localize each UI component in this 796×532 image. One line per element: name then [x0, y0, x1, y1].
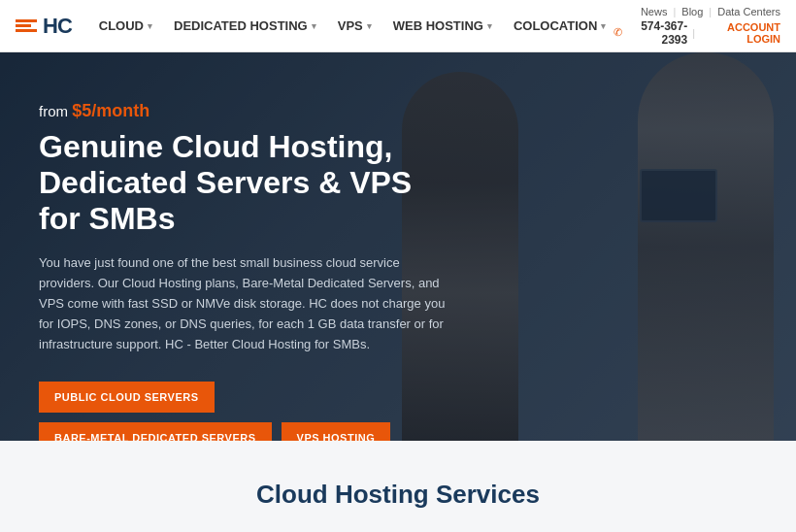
phone-number: 574-367-2393: [627, 19, 687, 47]
top-bar: HC CLOUD ▾ DEDICATED HOSTING ▾ VPS ▾ WEB…: [0, 0, 796, 52]
chevron-down-icon: ▾: [312, 21, 316, 31]
hero-content: from $5/month Genuine Cloud Hosting, Ded…: [0, 52, 485, 441]
hero-price: $5/month: [72, 101, 149, 120]
main-nav: CLOUD ▾ DEDICATED HOSTING ▾ VPS ▾ WEB HO…: [91, 13, 614, 39]
bare-metal-dedicated-button[interactable]: BARE-METAL DEDICATED SERVERS: [39, 422, 272, 441]
hero-description: You have just found one of the best smal…: [39, 253, 447, 354]
nav-vps[interactable]: VPS ▾: [330, 13, 380, 39]
logo[interactable]: HC: [16, 14, 72, 39]
chevron-down-icon: ▾: [367, 21, 372, 31]
chevron-down-icon: ▾: [487, 21, 492, 31]
phone-icon: ✆: [614, 26, 622, 39]
bottom-section: Cloud Hosting Services: [0, 441, 796, 532]
nav-colocation[interactable]: COLOCATION ▾: [506, 13, 614, 39]
hero-buttons: PUBLIC CLOUD SERVERS BARE-METAL DEDICATE…: [39, 382, 447, 441]
nav-dedicated[interactable]: DEDICATED HOSTING ▾: [166, 13, 324, 39]
vps-hosting-button[interactable]: VPS HOSTING: [282, 422, 391, 441]
account-login-link[interactable]: ACCOUNT LOGIN: [706, 21, 780, 45]
hero-title: Genuine Cloud Hosting, Dedicated Servers…: [39, 129, 447, 236]
hero-section: from $5/month Genuine Cloud Hosting, Ded…: [0, 52, 796, 441]
bottom-title: Cloud Hosting Services: [19, 480, 777, 510]
public-cloud-servers-button[interactable]: PUBLIC CLOUD SERVERS: [39, 382, 215, 413]
blog-link[interactable]: Blog: [681, 6, 703, 17]
hero-from: from $5/month: [39, 101, 447, 121]
news-link[interactable]: News: [641, 6, 668, 17]
chevron-down-icon: ▾: [601, 21, 606, 31]
nav-webhosting[interactable]: WEB HOSTING ▾: [385, 13, 500, 39]
logo-icon: [16, 19, 37, 32]
chevron-down-icon: ▾: [148, 21, 152, 31]
top-right: News | Blog | Data Centers ✆ 574-367-239…: [614, 6, 780, 47]
logo-text: HC: [43, 14, 72, 39]
nav-cloud[interactable]: CLOUD ▾: [91, 13, 160, 39]
datacenters-link[interactable]: Data Centers: [717, 6, 780, 17]
